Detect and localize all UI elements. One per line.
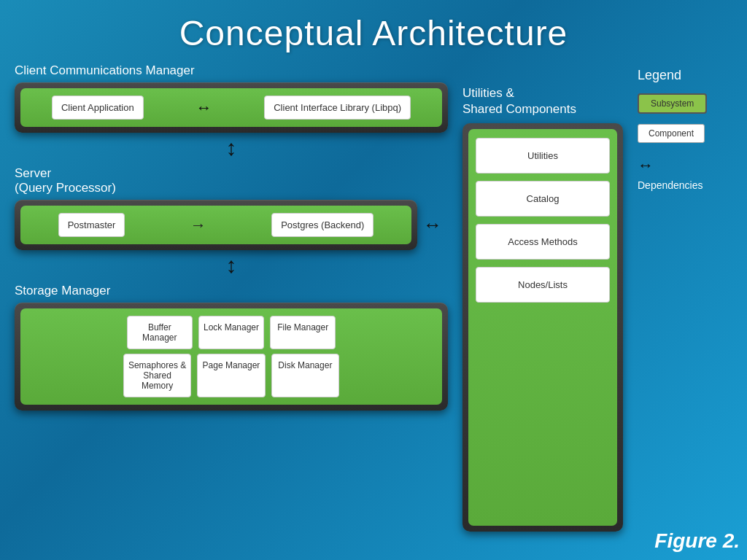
utilities-column: Utilities & Shared Components Utilities … bbox=[462, 61, 623, 555]
legend-title: Legend bbox=[638, 68, 681, 83]
utilities-inner: Utilities Catalog Access Methods Nodes/L… bbox=[468, 129, 617, 526]
lock-manager-component: Lock Manager bbox=[198, 316, 264, 349]
server-inner: Postmaster → Postgres (Backend) bbox=[20, 206, 411, 244]
h-arrow-icon: ↔ bbox=[423, 214, 442, 236]
legend-component-box: Component bbox=[638, 124, 705, 143]
utilities-component: Utilities bbox=[476, 138, 610, 174]
vertical-arrow-2-icon: ↕ bbox=[226, 254, 237, 276]
storage-row-2: Semaphores &Shared Memory Page Manager D… bbox=[123, 354, 339, 397]
disk-manager-component: Disk Manager bbox=[271, 354, 339, 397]
client-lib-component: Client Interface Library (Libpq) bbox=[264, 96, 411, 120]
legend-arrow-icon: ↔ bbox=[638, 156, 654, 175]
catalog-component: Catalog bbox=[476, 181, 610, 217]
legend-dependencies-item: ↔ Dependencies bbox=[638, 153, 703, 191]
arrow-client-to-server: ↕ bbox=[226, 136, 237, 160]
semaphores-component: Semaphores &Shared Memory bbox=[123, 354, 191, 397]
storage-subsystem: Buffer Manager Lock Manager File Manager… bbox=[15, 303, 448, 411]
nodes-lists-component: Nodes/Lists bbox=[476, 267, 610, 303]
buffer-manager-component: Buffer Manager bbox=[127, 316, 193, 349]
access-methods-component: Access Methods bbox=[476, 224, 610, 260]
server-subsystem: Postmaster → Postgres (Backend) bbox=[15, 200, 417, 250]
vertical-arrow-1-icon: ↕ bbox=[226, 137, 237, 159]
legend-dependencies-label: Dependencies bbox=[638, 179, 703, 191]
legend-component-item: Component bbox=[638, 124, 705, 143]
server-row: Postmaster → Postgres (Backend) ↔ bbox=[15, 200, 448, 250]
figure-label: Figure 2. bbox=[654, 529, 740, 553]
legend-subsystem-item: Subsystem bbox=[638, 93, 707, 114]
server-arrow-right-icon: → bbox=[190, 216, 206, 235]
storage-row-1: Buffer Manager Lock Manager File Manager bbox=[127, 316, 336, 349]
legend-subsystem-box: Subsystem bbox=[638, 93, 707, 114]
client-app-component: Client Application bbox=[52, 96, 144, 120]
left-column: Client Communications Manager Client App… bbox=[15, 61, 448, 555]
page-manager-component: Page Manager bbox=[197, 354, 265, 397]
postmaster-component: Postmaster bbox=[58, 213, 125, 237]
utilities-label: Utilities & Shared Components bbox=[462, 85, 623, 117]
page-title: Conceptual Architecture bbox=[0, 0, 747, 61]
client-comm-subsystem: Client Application ↔ Client Interface Li… bbox=[15, 82, 448, 133]
postgres-component: Postgres (Backend) bbox=[271, 213, 374, 237]
arrow-server-to-storage: ↕ bbox=[226, 253, 237, 278]
utilities-subsystem: Utilities Catalog Access Methods Nodes/L… bbox=[462, 123, 623, 532]
client-comm-inner: Client Application ↔ Client Interface Li… bbox=[20, 88, 442, 127]
storage-label: Storage Manager bbox=[15, 284, 448, 298]
file-manager-component: File Manager bbox=[270, 316, 336, 349]
server-label: Server (Query Processor) bbox=[15, 166, 448, 195]
main-content: Client Communications Manager Client App… bbox=[0, 61, 747, 555]
client-comm-label: Client Communications Manager bbox=[15, 63, 448, 78]
client-arrow-icon: ↔ bbox=[196, 98, 212, 117]
legend-column: Legend Subsystem Component ↔ Dependencie… bbox=[638, 61, 732, 555]
server-to-utilities-arrow: ↔ bbox=[417, 214, 448, 236]
storage-inner: Buffer Manager Lock Manager File Manager… bbox=[20, 308, 442, 405]
